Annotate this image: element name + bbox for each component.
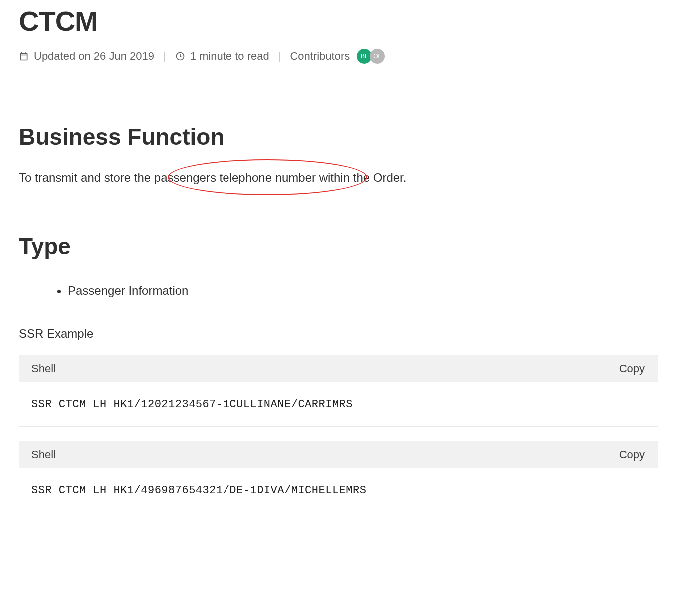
- type-list: Passenger Information: [68, 284, 658, 298]
- code-content: SSR CTCM LH HK1/12021234567-1CULLINANE/C…: [19, 382, 658, 426]
- contributors-avatars: BLOL: [355, 48, 385, 64]
- contributors-label: Contributors: [290, 50, 350, 63]
- code-block: ShellCopySSR CTCM LH HK1/12021234567-1CU…: [19, 355, 658, 427]
- avatar[interactable]: OL: [370, 49, 385, 64]
- code-block-header: ShellCopy: [19, 441, 658, 468]
- meta-row: Updated on 26 Jun 2019 | 1 minute to rea…: [19, 48, 658, 73]
- meta-updated: Updated on 26 Jun 2019: [19, 50, 154, 63]
- section-heading-type: Type: [19, 233, 658, 260]
- meta-readtime: 1 minute to read: [175, 50, 269, 63]
- business-function-text: To transmit and store the passengers tel…: [19, 168, 658, 187]
- section-heading-business-function: Business Function: [19, 123, 658, 150]
- updated-on-text: Updated on 26 Jun 2019: [34, 50, 154, 63]
- meta-contributors: Contributors BLOL: [290, 48, 385, 64]
- clock-icon: [175, 51, 185, 61]
- copy-button[interactable]: Copy: [606, 355, 658, 382]
- code-lang-label: Shell: [19, 355, 606, 382]
- meta-separator: |: [163, 50, 166, 63]
- code-block-header: ShellCopy: [19, 355, 658, 382]
- code-block: ShellCopySSR CTCM LH HK1/496987654321/DE…: [19, 441, 658, 513]
- code-lang-label: Shell: [19, 441, 606, 468]
- page-title: CTCM: [19, 5, 658, 37]
- meta-separator: |: [278, 50, 281, 63]
- read-time-text: 1 minute to read: [190, 50, 269, 63]
- copy-button[interactable]: Copy: [606, 441, 658, 468]
- list-item: Passenger Information: [68, 284, 658, 298]
- ssr-example-label: SSR Example: [19, 327, 658, 341]
- calendar-icon: [19, 51, 29, 61]
- business-function-text-content: To transmit and store the passengers tel…: [19, 171, 406, 184]
- code-content: SSR CTCM LH HK1/496987654321/DE-1DIVA/MI…: [19, 468, 658, 513]
